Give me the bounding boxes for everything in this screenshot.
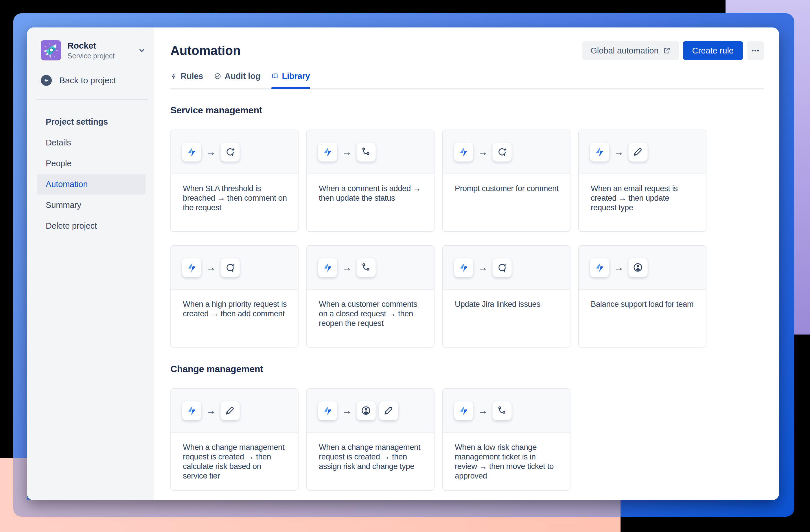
arrow-glyph: → (478, 262, 488, 273)
automation-trigger-icon (454, 401, 473, 420)
template-card[interactable]: → When SLA threshold is breached → then … (171, 130, 298, 232)
arrow-glyph: → (478, 405, 488, 416)
status-transition-icon (492, 401, 512, 420)
project-info: Rocket Service project (67, 40, 115, 61)
back-to-project-label: Back to project (59, 76, 116, 85)
more-options-button[interactable] (747, 41, 764, 60)
sidebar-nav: Project settings Details People Automati… (27, 111, 153, 236)
arrow-glyph: → (206, 146, 216, 157)
tab-audit-log[interactable]: Audit log (214, 71, 260, 88)
arrow-glyph: → (478, 146, 488, 157)
add-comment-icon (221, 142, 240, 162)
automation-trigger-icon (182, 401, 201, 420)
edit-icon (379, 401, 398, 420)
card-description: When a low risk change management ticket… (455, 442, 560, 481)
sidebar-item-details[interactable]: Details (27, 132, 153, 153)
card-icon-strip: → (171, 130, 298, 174)
card-icon-strip: → (307, 389, 434, 433)
automation-trigger-icon (590, 258, 609, 277)
tab-rules-label: Rules (180, 71, 203, 81)
card-icon-strip: → (443, 246, 570, 290)
section-title-change-management: Change management (171, 364, 764, 375)
page-header: Automation Global automation Create rule (171, 41, 764, 60)
edit-icon (628, 142, 648, 162)
card-description: When a change management request is crea… (183, 442, 288, 481)
project-avatar rocket-icon (41, 40, 61, 61)
template-card[interactable]: → When a change management request is cr… (306, 388, 435, 491)
card-description: Update Jira linked issues (455, 299, 560, 309)
add-comment-icon (492, 142, 512, 162)
sidebar-item-summary[interactable]: Summary (27, 195, 153, 215)
library-icon (271, 72, 279, 80)
card-description: Prompt customer for comment (455, 184, 560, 193)
person-icon (628, 258, 648, 277)
arrow-glyph: → (206, 262, 216, 273)
card-description: When a comment is added → then update th… (319, 184, 423, 203)
template-card[interactable]: → When an email request is created → the… (578, 130, 707, 232)
app-window: Rocket Service project Back to project P… (27, 28, 779, 500)
sidebar-item-project-settings: Project settings (27, 111, 153, 132)
background-pink-overlay-bottom (27, 500, 620, 517)
card-icon-strip: → (171, 246, 298, 290)
card-description: When a change management request is crea… (319, 442, 423, 471)
status-transition-icon (356, 142, 376, 162)
template-card[interactable]: → When a low risk change management tick… (442, 388, 570, 491)
global-automation-button[interactable]: Global automation (582, 41, 679, 60)
project-name: Rocket (67, 40, 115, 51)
card-icon-strip: → (443, 389, 570, 433)
card-icon-strip: → (579, 246, 706, 290)
person-icon (356, 401, 376, 420)
automation-trigger-icon (182, 258, 201, 277)
sidebar: Rocket Service project Back to project P… (27, 28, 154, 500)
tab-bar: Rules Audit log Library (171, 71, 764, 89)
add-comment-icon (221, 258, 240, 277)
back-arrow-icon (41, 75, 52, 86)
tab-audit-log-label: Audit log (225, 71, 260, 81)
arrow-glyph: → (206, 405, 216, 416)
create-rule-button[interactable]: Create rule (683, 41, 743, 60)
status-transition-icon (356, 258, 376, 277)
card-grid-service-management: → When SLA threshold is breached → then … (171, 130, 764, 348)
template-card[interactable]: → When a high priority request is create… (171, 245, 298, 348)
main-content: Automation Global automation Create rule (154, 28, 779, 500)
sidebar-item-delete-project[interactable]: Delete project (27, 215, 153, 236)
lightning-outline-icon (171, 73, 177, 80)
section-title-service-management: Service management (171, 105, 764, 116)
template-card[interactable]: → Prompt customer for comment (442, 130, 570, 232)
automation-trigger-icon (318, 142, 337, 162)
back-to-project-button[interactable]: Back to project (41, 75, 153, 86)
card-description: When SLA threshold is breached → then co… (183, 184, 288, 212)
template-card[interactable]: → Balance support load for team (578, 245, 707, 348)
background-pink-overlay-left (13, 458, 27, 517)
arrow-glyph: → (614, 262, 624, 273)
template-card[interactable]: → Update Jira linked issues (442, 245, 570, 348)
automation-trigger-icon (182, 142, 201, 162)
template-card[interactable]: → When a customer comments on a closed r… (306, 245, 435, 348)
arrow-glyph: → (614, 146, 624, 157)
card-description: When a high priority request is created … (183, 299, 288, 318)
template-card[interactable]: → When a change management request is cr… (171, 388, 298, 491)
ellipsis-icon (750, 46, 760, 55)
external-link-icon (663, 47, 671, 55)
card-icon-strip: → (443, 130, 570, 174)
header-actions: Global automation Create rule (582, 41, 764, 60)
global-automation-label: Global automation (590, 46, 659, 55)
chevron-down-icon[interactable] (137, 46, 146, 55)
sidebar-item-automation[interactable]: Automation (37, 174, 146, 195)
automation-trigger-icon (454, 142, 473, 162)
add-comment-icon (492, 258, 512, 277)
template-card[interactable]: → When a comment is added → then update … (306, 130, 435, 232)
sidebar-item-people[interactable]: People (27, 153, 153, 174)
arrow-glyph: → (342, 405, 352, 416)
tab-library[interactable]: Library (271, 71, 310, 88)
automation-trigger-icon (318, 401, 337, 420)
card-grid-change-management: → When a change management request is cr… (171, 388, 764, 491)
card-icon-strip: → (307, 246, 434, 290)
card-icon-strip: → (171, 389, 298, 433)
card-icon-strip: → (307, 130, 434, 174)
automation-trigger-icon (590, 142, 609, 162)
automation-trigger-icon (318, 258, 337, 277)
card-description: When an email request is created → then … (591, 184, 695, 212)
tab-rules[interactable]: Rules (171, 71, 203, 88)
project-switcher[interactable]: Rocket Service project (27, 28, 153, 61)
